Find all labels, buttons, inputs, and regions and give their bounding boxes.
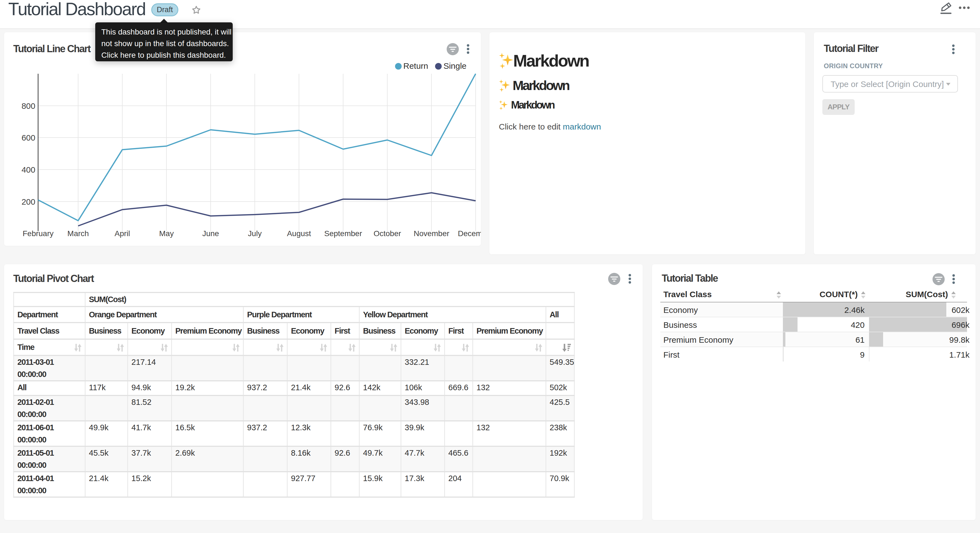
svg-text:March: March [67,229,89,238]
svg-text:July: July [248,229,262,238]
svg-text:November: November [414,229,449,238]
svg-text:September: September [325,229,362,238]
svg-text:800: 800 [22,101,35,110]
svg-text:April: April [115,229,130,238]
svg-text:May: May [159,229,174,238]
svg-text:October: October [374,229,401,238]
svg-text:600: 600 [22,133,35,142]
svg-text:December: December [458,229,481,238]
svg-text:June: June [202,229,219,238]
svg-text:200: 200 [22,197,35,206]
svg-text:February: February [23,229,54,238]
svg-text:400: 400 [22,165,35,174]
svg-text:August: August [287,229,311,238]
